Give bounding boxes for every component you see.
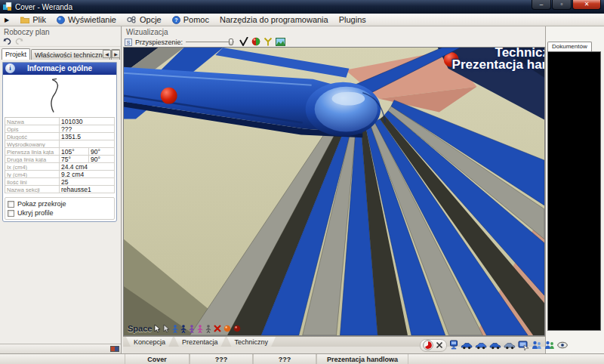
viz-panel-title: Wizualizacja <box>122 26 545 37</box>
options-icon <box>127 16 137 23</box>
status-cell-mode: Prezentacja handlowa <box>316 354 408 364</box>
left-tabs: Projekt Właściwości techniczne Wiadomośc… <box>0 47 121 60</box>
tab-projekt[interactable]: Projekt <box>2 48 30 60</box>
status-cell-1: ??? <box>190 354 253 364</box>
close-icon[interactable]: ✕ <box>572 0 601 10</box>
cursor-alt-icon[interactable] <box>163 325 170 333</box>
panel-corner-icon[interactable] <box>110 346 119 352</box>
row-label: Wyśrodkowany <box>5 140 60 147</box>
row-label: Długość <box>5 133 60 140</box>
row-value[interactable]: 105° <box>60 148 89 155</box>
row-value[interactable]: 9.2 cm4 <box>60 171 115 177</box>
cancel-icon[interactable] <box>435 341 444 350</box>
acceleration-label: Przyspieszenie: <box>135 39 183 46</box>
folder-icon <box>20 16 29 23</box>
tab-wlasciwosci-techniczne[interactable]: Właściwości techniczne <box>31 49 110 60</box>
property-table: Nazwa101030 Opis??? Długość1351.5 Wyśrod… <box>5 117 115 193</box>
menu-pomoc[interactable]: ? Pomoc <box>167 14 214 26</box>
car-icon-1[interactable] <box>461 341 473 350</box>
app-icon <box>3 2 12 11</box>
person-magenta-icon[interactable] <box>197 325 203 333</box>
row-value[interactable]: 101030 <box>60 118 115 125</box>
person-navy-icon[interactable] <box>180 325 186 333</box>
x-mark-icon[interactable] <box>214 325 221 332</box>
tab-techniczny[interactable]: Techniczny <box>227 337 276 347</box>
maximize-icon[interactable]: ▫ <box>552 0 572 10</box>
menu-plik[interactable]: Plik <box>15 14 51 26</box>
car-icon-3[interactable] <box>489 341 501 350</box>
figure-gray-icon[interactable] <box>205 325 211 333</box>
menu-narzedzia-label: Narzędzia do programowania <box>220 15 328 24</box>
row-value[interactable] <box>60 140 115 147</box>
slider-groove[interactable] <box>186 42 234 42</box>
monitor-arrow-icon[interactable] <box>518 341 529 350</box>
menu-plugins[interactable]: Plugins <box>334 14 371 26</box>
checkbox-ukryj-profile[interactable] <box>8 210 14 217</box>
acceleration-icon: S <box>125 39 132 46</box>
eye-icon[interactable] <box>557 341 568 349</box>
table-row: Opis??? <box>5 125 115 133</box>
tab-scroll-left-icon[interactable]: ◀ <box>103 50 111 58</box>
tab-dokumentow[interactable]: Dokumentów <box>547 42 592 51</box>
row-value-2[interactable]: 90° <box>89 156 115 162</box>
tab-scroll-right-icon[interactable]: ▶ <box>112 50 120 58</box>
info-card-header: i Informacje ogólne <box>3 63 116 75</box>
person-blue-icon[interactable] <box>172 325 178 333</box>
table-row: Nazwa sekcjirehausse1 <box>5 186 115 193</box>
cursor-icon[interactable] <box>154 325 161 333</box>
checkbox-row: Pokaz przekroje <box>8 199 114 208</box>
slider-thumb[interactable] <box>229 39 233 45</box>
people-icon-2[interactable] <box>544 341 555 350</box>
monitor-icon[interactable] <box>449 340 458 350</box>
info-card: i Informacje ogólne Nazwa101030 Opis??? … <box>2 62 117 222</box>
people-icon-1[interactable] <box>532 341 542 350</box>
info-icon: i <box>5 63 15 73</box>
overlay-mode-line2: Prezentacja han <box>452 57 545 72</box>
acceleration-row: S Przyspieszenie: <box>122 37 545 47</box>
documents-panel: Dokumentów <box>545 26 604 353</box>
3d-viewport[interactable]: Technicz Prezentacja han Space <box>123 47 545 336</box>
document-preview <box>547 51 601 331</box>
help-icon: ? <box>172 16 180 24</box>
table-row: Iy (cm4)9.2 cm4 <box>5 171 115 178</box>
table-row: Nazwa101030 <box>5 118 115 125</box>
row-label: Ilość lini <box>5 178 60 185</box>
status-cell-2: ??? <box>253 354 316 364</box>
row-value[interactable]: 24.4 cm4 <box>60 163 115 170</box>
menu-narzedzia[interactable]: Narzędzia do programowania <box>214 14 334 26</box>
row-value[interactable]: rehausse1 <box>60 186 115 193</box>
tab-koncepcja[interactable]: Koncepcja <box>126 337 173 347</box>
row-label: Nazwa sekcji <box>5 186 60 193</box>
menu-opcje[interactable]: Opcje <box>122 14 167 26</box>
row-value[interactable]: 75° <box>60 156 89 162</box>
row-value[interactable]: 25 <box>60 178 115 185</box>
record-icon[interactable] <box>423 340 433 350</box>
left-panel-bottom-bar[interactable] <box>0 344 121 353</box>
ball-orange-icon[interactable] <box>223 325 231 332</box>
info-card-title: Informacje ogólne <box>27 64 92 72</box>
car-icon-4[interactable] <box>504 341 516 350</box>
row-value[interactable]: ??? <box>60 125 115 132</box>
profile-sketch <box>5 76 115 116</box>
menu-bar: ▶ Plik Wyświetlanie Opcje ? Pomoc <box>0 14 604 26</box>
row-value[interactable]: 1351.5 <box>60 133 115 140</box>
table-row: Druga linia kąta75°90° <box>5 156 115 163</box>
checkbox-pokaz-przekroje[interactable] <box>8 201 14 208</box>
table-row: Wyśrodkowany <box>5 140 115 148</box>
minimize-icon[interactable]: – <box>532 0 551 10</box>
title-bar: Cover - Weranda – ▫ ✕ <box>0 0 604 14</box>
display-icon <box>57 16 65 24</box>
row-label: Pierwsza linia kąta <box>5 148 60 155</box>
person-purple-icon[interactable] <box>189 325 195 333</box>
3d-scene <box>124 48 544 335</box>
menu-plugins-label: Plugins <box>339 15 366 24</box>
car-icon-2[interactable] <box>475 341 487 350</box>
menu-wyswietlanie[interactable]: Wyświetlanie <box>51 14 122 26</box>
checkbox-label: Pokaz przekroje <box>17 200 66 208</box>
row-label: Iy (cm4) <box>5 171 60 177</box>
ball-red-icon[interactable] <box>233 325 241 332</box>
row-value-2[interactable]: 90° <box>89 148 115 155</box>
tab-prezentacja[interactable]: Prezentacja <box>174 337 226 347</box>
acceleration-slider[interactable] <box>186 38 234 46</box>
chevron-right-icon[interactable]: ▶ <box>5 17 9 23</box>
